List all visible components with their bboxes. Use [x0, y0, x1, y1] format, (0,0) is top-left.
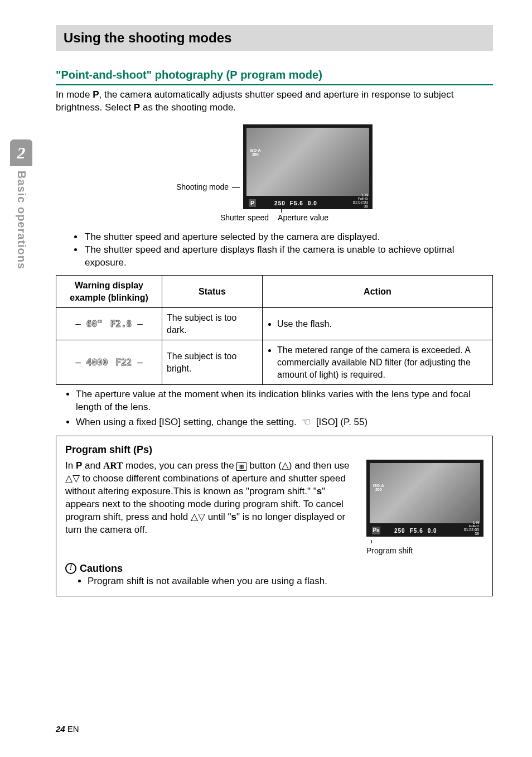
chapter-label: Basic operations	[14, 171, 29, 269]
pointer-line: —	[232, 182, 240, 192]
ps-mode-indicator: Ps	[372, 527, 380, 534]
list-item: Program shift is not available when you …	[88, 575, 483, 588]
action-cell: The metered range of the camera is excee…	[263, 340, 493, 385]
status-cell: The subject is too bright.	[162, 340, 263, 385]
notes-list-2: The aperture value at the moment when it…	[56, 388, 493, 429]
callout-fig-caption: Program shift	[366, 546, 483, 556]
table-header: Status	[162, 275, 263, 307]
list-item: When using a fixed [ISO] setting, change…	[76, 415, 493, 429]
mode-indicator: P	[249, 199, 256, 207]
section-heading: "Point-and-shoot" photography (P program…	[56, 67, 493, 85]
side-tab: 2 Basic operations	[10, 139, 32, 269]
chapter-number: 2	[10, 139, 32, 166]
shooting-mode-label: Shooting mode	[176, 182, 229, 192]
aperture-caption: Aperture value	[278, 213, 328, 223]
rec-time: 01:02:03	[353, 200, 368, 204]
notes-list-1: The shutter speed and aperture selected …	[56, 231, 493, 269]
aperture-value: F5.6	[290, 200, 303, 208]
lcd-preview-shift: ISO-A 200 Ps 250 F5.6 0.0 L N FullHD 01:…	[366, 460, 483, 537]
status-cell: The subject is too dark.	[162, 308, 263, 340]
intro-paragraph: In mode P, the camera automatically adju…	[56, 89, 493, 114]
table-header: Warning display example (blinking)	[56, 275, 162, 307]
list-item: The shutter speed and aperture selected …	[84, 231, 493, 244]
caution-icon: !	[65, 563, 76, 574]
table-row: — 60" F2.8— The subject is too dark. Use…	[56, 308, 493, 340]
warning-display: — 4000 F22—	[56, 340, 162, 385]
frames-remaining: 38	[353, 204, 368, 208]
table-header: Action	[263, 275, 493, 307]
page-lang: EN	[67, 724, 79, 734]
iso-readout: ISO-A 200	[250, 149, 260, 156]
figure-1: Shooting mode — ISO-A 200 P 250 F5.6 0.0…	[56, 124, 493, 223]
action-cell: Use the flash.	[263, 308, 493, 340]
lcd-preview: ISO-A 200 P 250 F5.6 0.0 L N FullHD 01:0…	[243, 124, 373, 209]
cautions-heading: ! Cautions	[65, 562, 483, 575]
warning-table: Warning display example (blinking) Statu…	[56, 275, 493, 385]
callout-body: In P and ART modes, you can press the ⊞ …	[65, 460, 354, 537]
callout-heading: Program shift (Ps)	[65, 443, 483, 456]
mode-glyph: P	[230, 69, 237, 81]
warning-display: — 60" F2.8—	[56, 308, 162, 340]
program-shift-callout: Program shift (Ps) In P and ART modes, y…	[56, 436, 493, 596]
shutter-caption: Shutter speed	[220, 213, 269, 223]
table-row: — 4000 F22— The subject is too bright. T…	[56, 340, 493, 385]
up-triangle-icon: △	[282, 460, 289, 471]
list-item: The shutter speed and aperture displays …	[84, 244, 493, 269]
reference-icon: ☞	[302, 415, 311, 428]
exposure-comp-icon: ⊞	[236, 462, 246, 471]
shutter-value: 250	[274, 200, 286, 208]
page-title: Using the shooting modes	[56, 25, 493, 51]
up-down-triangles-icon: △▽	[65, 473, 80, 484]
up-down-triangles-icon: △▽	[191, 512, 205, 522]
ev-value: 0.0	[308, 200, 317, 208]
cautions-list: Program shift is not available when you …	[65, 575, 483, 588]
page-footer: 24 EN	[56, 724, 79, 735]
page-number: 24	[56, 724, 65, 734]
list-item: The aperture value at the moment when it…	[76, 388, 493, 414]
